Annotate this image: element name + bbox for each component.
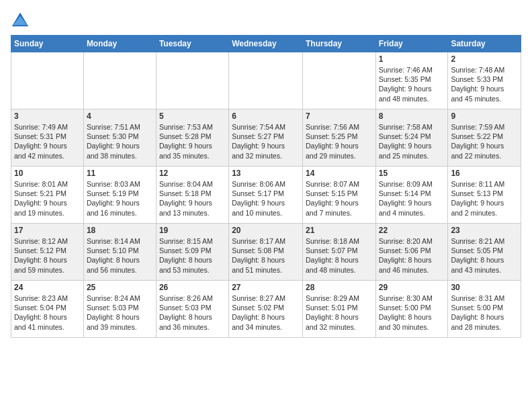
calendar-cell: 9Sunrise: 7:59 AM Sunset: 5:22 PM Daylig… (448, 109, 521, 167)
day-number: 26 (159, 283, 226, 292)
calendar-cell: 18Sunrise: 8:14 AM Sunset: 5:10 PM Dayli… (83, 224, 156, 281)
logo (11, 11, 32, 30)
day-info: Sunrise: 8:09 AM Sunset: 5:14 PM Dayligh… (379, 179, 445, 218)
calendar-cell: 11Sunrise: 8:03 AM Sunset: 5:19 PM Dayli… (83, 167, 156, 224)
day-info: Sunrise: 7:51 AM Sunset: 5:30 PM Dayligh… (87, 122, 153, 161)
calendar-cell: 15Sunrise: 8:09 AM Sunset: 5:14 PM Dayli… (375, 167, 448, 224)
day-info: Sunrise: 8:12 AM Sunset: 5:12 PM Dayligh… (14, 236, 81, 275)
logo-icon (11, 11, 30, 30)
day-info: Sunrise: 7:58 AM Sunset: 5:24 PM Dayligh… (379, 122, 445, 161)
calendar-week-row: 1Sunrise: 7:46 AM Sunset: 5:35 PM Daylig… (11, 52, 521, 109)
day-number: 1 (379, 54, 445, 64)
day-number: 3 (14, 111, 81, 121)
day-info: Sunrise: 8:30 AM Sunset: 5:00 PM Dayligh… (379, 293, 445, 332)
day-info: Sunrise: 7:49 AM Sunset: 5:31 PM Dayligh… (14, 122, 81, 161)
day-info: Sunrise: 8:18 AM Sunset: 5:07 PM Dayligh… (306, 236, 373, 275)
calendar-cell (83, 52, 156, 109)
day-number: 5 (159, 111, 226, 121)
calendar-cell: 3Sunrise: 7:49 AM Sunset: 5:31 PM Daylig… (11, 109, 84, 167)
weekday-header: Wednesday (229, 36, 303, 52)
day-number: 6 (232, 111, 300, 121)
calendar-cell: 30Sunrise: 8:31 AM Sunset: 5:00 PM Dayli… (448, 281, 521, 338)
day-info: Sunrise: 8:21 AM Sunset: 5:05 PM Dayligh… (451, 236, 518, 275)
weekday-header: Thursday (302, 36, 375, 52)
calendar-cell (156, 52, 228, 109)
day-number: 29 (379, 283, 445, 292)
calendar-cell: 20Sunrise: 8:17 AM Sunset: 5:08 PM Dayli… (229, 224, 303, 281)
day-info: Sunrise: 8:23 AM Sunset: 5:04 PM Dayligh… (14, 293, 81, 332)
day-info: Sunrise: 8:04 AM Sunset: 5:18 PM Dayligh… (159, 179, 226, 218)
day-info: Sunrise: 7:54 AM Sunset: 5:27 PM Dayligh… (232, 122, 300, 161)
day-info: Sunrise: 8:11 AM Sunset: 5:13 PM Dayligh… (451, 179, 518, 218)
calendar-cell: 26Sunrise: 8:26 AM Sunset: 5:03 PM Dayli… (156, 281, 228, 338)
day-info: Sunrise: 8:27 AM Sunset: 5:02 PM Dayligh… (232, 293, 300, 332)
calendar-cell: 17Sunrise: 8:12 AM Sunset: 5:12 PM Dayli… (11, 224, 84, 281)
calendar-cell: 19Sunrise: 8:15 AM Sunset: 5:09 PM Dayli… (156, 224, 228, 281)
calendar-cell: 13Sunrise: 8:06 AM Sunset: 5:17 PM Dayli… (229, 167, 303, 224)
day-number: 27 (232, 283, 300, 292)
day-number: 19 (159, 226, 226, 235)
calendar-cell: 1Sunrise: 7:46 AM Sunset: 5:35 PM Daylig… (375, 52, 448, 109)
day-number: 8 (379, 111, 445, 121)
day-info: Sunrise: 7:53 AM Sunset: 5:28 PM Dayligh… (159, 122, 226, 161)
day-number: 13 (232, 169, 300, 178)
calendar-cell: 5Sunrise: 7:53 AM Sunset: 5:28 PM Daylig… (156, 109, 228, 167)
day-number: 2 (451, 54, 518, 64)
day-number: 28 (306, 283, 373, 292)
day-number: 7 (306, 111, 373, 121)
day-number: 9 (451, 111, 518, 121)
day-info: Sunrise: 8:03 AM Sunset: 5:19 PM Dayligh… (87, 179, 153, 218)
day-number: 22 (379, 226, 445, 235)
day-info: Sunrise: 8:31 AM Sunset: 5:00 PM Dayligh… (451, 293, 518, 332)
calendar-cell: 7Sunrise: 7:56 AM Sunset: 5:25 PM Daylig… (302, 109, 375, 167)
calendar-cell: 23Sunrise: 8:21 AM Sunset: 5:05 PM Dayli… (448, 224, 521, 281)
calendar-cell: 2Sunrise: 7:48 AM Sunset: 5:33 PM Daylig… (448, 52, 521, 109)
day-number: 11 (87, 169, 153, 178)
calendar-cell: 14Sunrise: 8:07 AM Sunset: 5:15 PM Dayli… (302, 167, 375, 224)
day-info: Sunrise: 7:56 AM Sunset: 5:25 PM Dayligh… (306, 122, 373, 161)
calendar-table: SundayMondayTuesdayWednesdayThursdayFrid… (11, 35, 521, 338)
day-info: Sunrise: 7:46 AM Sunset: 5:35 PM Dayligh… (379, 65, 445, 103)
day-number: 20 (232, 226, 300, 235)
day-info: Sunrise: 8:26 AM Sunset: 5:03 PM Dayligh… (159, 293, 226, 332)
day-number: 16 (451, 169, 518, 178)
weekday-header: Tuesday (156, 36, 228, 52)
calendar-cell: 21Sunrise: 8:18 AM Sunset: 5:07 PM Dayli… (302, 224, 375, 281)
day-info: Sunrise: 8:24 AM Sunset: 5:03 PM Dayligh… (87, 293, 153, 332)
calendar-cell: 25Sunrise: 8:24 AM Sunset: 5:03 PM Dayli… (83, 281, 156, 338)
day-number: 21 (306, 226, 373, 235)
page-header (11, 11, 521, 30)
calendar-week-row: 24Sunrise: 8:23 AM Sunset: 5:04 PM Dayli… (11, 281, 521, 338)
calendar-cell: 16Sunrise: 8:11 AM Sunset: 5:13 PM Dayli… (448, 167, 521, 224)
day-number: 17 (14, 226, 81, 235)
calendar-week-row: 17Sunrise: 8:12 AM Sunset: 5:12 PM Dayli… (11, 224, 521, 281)
day-number: 15 (379, 169, 445, 178)
calendar-cell: 24Sunrise: 8:23 AM Sunset: 5:04 PM Dayli… (11, 281, 84, 338)
day-info: Sunrise: 8:20 AM Sunset: 5:06 PM Dayligh… (379, 236, 445, 275)
day-number: 25 (87, 283, 153, 292)
weekday-header: Friday (375, 36, 448, 52)
weekday-header: Monday (83, 36, 156, 52)
day-number: 4 (87, 111, 153, 121)
calendar-cell: 12Sunrise: 8:04 AM Sunset: 5:18 PM Dayli… (156, 167, 228, 224)
calendar-cell (302, 52, 375, 109)
day-info: Sunrise: 8:29 AM Sunset: 5:01 PM Dayligh… (306, 293, 373, 332)
day-number: 12 (159, 169, 226, 178)
day-info: Sunrise: 8:07 AM Sunset: 5:15 PM Dayligh… (306, 179, 373, 218)
calendar-cell: 8Sunrise: 7:58 AM Sunset: 5:24 PM Daylig… (375, 109, 448, 167)
day-info: Sunrise: 8:01 AM Sunset: 5:21 PM Dayligh… (14, 179, 81, 218)
day-info: Sunrise: 8:15 AM Sunset: 5:09 PM Dayligh… (159, 236, 226, 275)
calendar-week-row: 3Sunrise: 7:49 AM Sunset: 5:31 PM Daylig… (11, 109, 521, 167)
day-number: 23 (451, 226, 518, 235)
day-info: Sunrise: 7:48 AM Sunset: 5:33 PM Dayligh… (451, 65, 518, 103)
calendar-cell: 4Sunrise: 7:51 AM Sunset: 5:30 PM Daylig… (83, 109, 156, 167)
calendar-cell: 29Sunrise: 8:30 AM Sunset: 5:00 PM Dayli… (375, 281, 448, 338)
weekday-header: Saturday (448, 36, 521, 52)
calendar-cell: 27Sunrise: 8:27 AM Sunset: 5:02 PM Dayli… (229, 281, 303, 338)
day-number: 18 (87, 226, 153, 235)
day-info: Sunrise: 8:06 AM Sunset: 5:17 PM Dayligh… (232, 179, 300, 218)
day-number: 30 (451, 283, 518, 292)
calendar-cell (229, 52, 303, 109)
calendar-cell: 28Sunrise: 8:29 AM Sunset: 5:01 PM Dayli… (302, 281, 375, 338)
weekday-header: Sunday (11, 36, 84, 52)
